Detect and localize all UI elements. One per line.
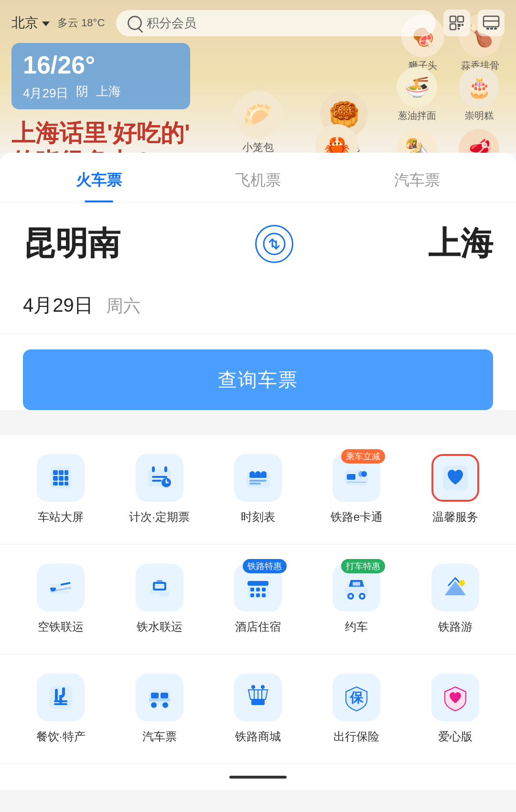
weather-box: 16/26° 4月29日 阴 上海 上海话里'好吃的' 侬晓得多少？ bbox=[11, 43, 190, 153]
svg-point-32 bbox=[249, 471, 255, 477]
header-banner: 北京 多云 18°C 积分会员 bbox=[0, 0, 516, 153]
car-badge: 打车特惠 bbox=[341, 559, 385, 573]
svg-rect-46 bbox=[157, 580, 162, 583]
search-icon bbox=[128, 16, 142, 30]
search-ticket-label: 查询车票 bbox=[218, 369, 298, 390]
svg-rect-26 bbox=[152, 480, 161, 482]
svg-rect-48 bbox=[247, 581, 269, 586]
svg-point-40 bbox=[361, 471, 367, 477]
tab-flight[interactable]: 飞机票 bbox=[178, 153, 337, 202]
ticket-tabs: 火车票 飞机票 汽车票 bbox=[0, 153, 516, 203]
weekday-text: 周六 bbox=[106, 296, 140, 316]
service-period-ticket[interactable]: 计次·定期票 bbox=[110, 454, 208, 525]
service-rail-shop[interactable]: 铁路商城 bbox=[209, 674, 307, 744]
svg-rect-0 bbox=[450, 16, 456, 22]
svg-rect-68 bbox=[161, 693, 168, 698]
tab-bus[interactable]: 汽车票 bbox=[338, 153, 497, 202]
qr-button[interactable] bbox=[478, 10, 505, 36]
tab-train[interactable]: 火车票 bbox=[19, 153, 178, 202]
service-restaurant[interactable]: 餐饮·特产 bbox=[11, 674, 110, 744]
hotel-badge: 铁路特惠 bbox=[243, 559, 287, 573]
svg-rect-24 bbox=[164, 466, 167, 472]
svg-rect-14 bbox=[59, 470, 64, 475]
service-label: 酒店住宿 bbox=[235, 619, 281, 634]
service-warm-service[interactable]: 温馨服务 bbox=[406, 454, 505, 525]
svg-rect-5 bbox=[458, 28, 460, 30]
to-station[interactable]: 上海 bbox=[428, 222, 493, 265]
svg-rect-71 bbox=[149, 698, 170, 701]
svg-rect-50 bbox=[256, 588, 260, 591]
service-label: 出行保险 bbox=[333, 729, 379, 744]
scan-button[interactable] bbox=[443, 10, 470, 36]
banner-date: 4月29日 bbox=[23, 85, 68, 102]
svg-rect-72 bbox=[251, 699, 265, 705]
svg-rect-25 bbox=[152, 476, 167, 478]
service-label: 汽车票 bbox=[142, 729, 177, 744]
service-station-screen[interactable]: 车站大屏 bbox=[11, 454, 110, 525]
date-display[interactable]: 4月29日 周六 bbox=[23, 292, 493, 318]
svg-point-34 bbox=[255, 471, 261, 477]
service-insurance[interactable]: 保 出行保险 bbox=[307, 674, 406, 744]
service-label: 时刻表 bbox=[241, 509, 275, 525]
svg-point-61 bbox=[459, 580, 465, 586]
svg-rect-49 bbox=[250, 588, 254, 591]
svg-rect-23 bbox=[152, 466, 155, 472]
services-grid-row2: 空铁联运 铁水联运 铁路特惠 bbox=[0, 545, 516, 654]
banner-weather: 阴 bbox=[76, 83, 88, 102]
svg-rect-52 bbox=[250, 593, 254, 597]
svg-point-57 bbox=[349, 595, 352, 598]
svg-rect-15 bbox=[64, 470, 68, 475]
bottom-bar bbox=[0, 764, 516, 790]
food-cake: 🎂 崇明糕 bbox=[459, 67, 499, 122]
service-bus-ticket[interactable]: 汽车票 bbox=[110, 674, 208, 744]
service-label: 车站大屏 bbox=[38, 509, 84, 525]
svg-rect-16 bbox=[53, 476, 58, 481]
search-placeholder: 积分会员 bbox=[147, 15, 196, 32]
service-timetable[interactable]: 时刻表 bbox=[209, 454, 307, 525]
svg-rect-9 bbox=[490, 28, 493, 30]
location-button[interactable]: 北京 bbox=[11, 14, 50, 32]
service-rail-tour[interactable]: 铁路游 bbox=[406, 564, 505, 634]
service-accessible[interactable]: 爱心版 bbox=[406, 674, 505, 744]
service-label: 计次·定期票 bbox=[129, 509, 190, 525]
svg-rect-1 bbox=[458, 16, 463, 22]
food-crabdumpling: 🦀 蟹黄汤包 bbox=[315, 124, 358, 153]
banner-title: 上海话里'好吃的' 侬晓得多少？ bbox=[11, 119, 190, 153]
svg-rect-8 bbox=[486, 28, 489, 30]
service-car-hail[interactable]: 打车特惠 约车 bbox=[307, 564, 406, 634]
svg-rect-36 bbox=[249, 483, 261, 485]
svg-rect-51 bbox=[262, 588, 266, 591]
from-station[interactable]: 昆明南 bbox=[23, 222, 120, 265]
search-ticket-button[interactable]: 查询车票 bbox=[23, 349, 493, 410]
main-card: 火车票 飞机票 汽车票 昆明南 上海 4月29日 周六 查询 bbox=[0, 153, 516, 410]
svg-rect-67 bbox=[151, 693, 159, 698]
service-rail-ecard[interactable]: 乘车立减 铁路e卡通 bbox=[307, 454, 406, 525]
bottom-indicator bbox=[229, 776, 287, 779]
service-label: 铁路游 bbox=[438, 619, 473, 634]
svg-point-33 bbox=[261, 471, 267, 477]
svg-rect-63 bbox=[55, 689, 58, 702]
svg-text:保: 保 bbox=[349, 690, 364, 705]
svg-rect-35 bbox=[249, 480, 267, 482]
svg-point-69 bbox=[151, 702, 157, 708]
svg-point-11 bbox=[264, 233, 285, 254]
tab-flight-label: 飞机票 bbox=[235, 171, 281, 189]
service-rail-water[interactable]: 铁水联运 bbox=[110, 564, 208, 634]
svg-point-70 bbox=[162, 702, 168, 708]
svg-rect-45 bbox=[155, 584, 164, 589]
service-air-rail[interactable]: 空铁联运 bbox=[11, 564, 110, 634]
svg-rect-53 bbox=[256, 593, 260, 597]
food-xiaolongbao: 🥟 小笼包 bbox=[234, 91, 282, 153]
svg-rect-38 bbox=[347, 474, 355, 480]
svg-point-59 bbox=[361, 595, 364, 598]
date-section: 4月29日 周六 bbox=[0, 281, 516, 334]
svg-rect-60 bbox=[353, 582, 360, 586]
services-grid-row1: 车站大屏 计次·定期票 bbox=[0, 435, 516, 544]
service-hotel[interactable]: 铁路特惠 酒店住宿 bbox=[209, 564, 307, 634]
weather-text: 多云 18°C bbox=[57, 16, 105, 30]
banner-title-line1: 上海话里'好吃的' bbox=[11, 119, 190, 148]
search-button[interactable]: 积分会员 bbox=[116, 10, 436, 36]
temp-range: 16/26° bbox=[23, 51, 179, 79]
swap-button[interactable] bbox=[255, 225, 293, 263]
service-label: 约车 bbox=[345, 619, 368, 634]
